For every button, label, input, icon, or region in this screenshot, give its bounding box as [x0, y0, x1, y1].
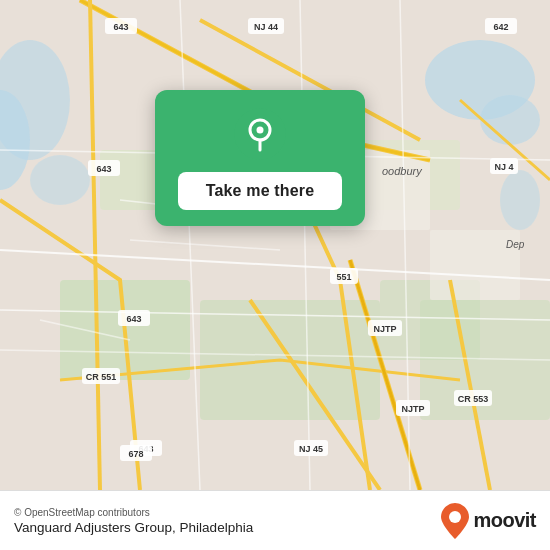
svg-text:CR 553: CR 553: [458, 394, 489, 404]
svg-point-45: [234, 108, 286, 160]
svg-text:oodbury: oodbury: [382, 165, 423, 177]
svg-text:Dep: Dep: [506, 239, 525, 250]
map-container: 643 643 643 643 642 NJ 44 NJ 4 551 NJTP …: [0, 0, 550, 490]
svg-text:642: 642: [493, 22, 508, 32]
moovit-logo: moovit: [441, 503, 536, 539]
svg-point-47: [257, 127, 264, 134]
svg-text:551: 551: [336, 272, 351, 282]
location-label: Vanguard Adjusters Group, Philadelphia: [14, 520, 253, 535]
svg-point-5: [30, 155, 90, 205]
svg-text:643: 643: [113, 22, 128, 32]
osm-attribution: © OpenStreetMap contributors: [14, 507, 253, 518]
popup-card: Take me there: [155, 90, 365, 226]
take-me-there-button[interactable]: Take me there: [178, 172, 343, 210]
svg-point-2: [480, 95, 540, 145]
location-pin-icon: [234, 108, 286, 160]
bottom-left-info: © OpenStreetMap contributors Vanguard Ad…: [14, 507, 253, 535]
moovit-text: moovit: [473, 509, 536, 532]
svg-text:NJ 45: NJ 45: [299, 444, 323, 454]
svg-text:NJ 4: NJ 4: [494, 162, 513, 172]
moovit-pin-icon: [441, 503, 469, 539]
map-background: 643 643 643 643 642 NJ 44 NJ 4 551 NJTP …: [0, 0, 550, 490]
svg-text:678: 678: [128, 449, 143, 459]
svg-text:643: 643: [126, 314, 141, 324]
svg-point-3: [500, 170, 540, 230]
svg-text:NJ 44: NJ 44: [254, 22, 278, 32]
svg-text:CR 551: CR 551: [86, 372, 117, 382]
svg-text:NJTP: NJTP: [401, 404, 424, 414]
svg-text:NJTP: NJTP: [373, 324, 396, 334]
bottom-bar: © OpenStreetMap contributors Vanguard Ad…: [0, 490, 550, 550]
svg-point-48: [449, 511, 461, 523]
svg-text:643: 643: [96, 164, 111, 174]
